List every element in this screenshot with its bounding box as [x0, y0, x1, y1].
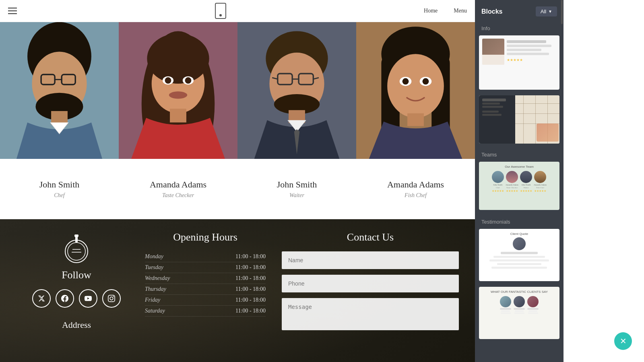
- team-member-2-name: Amanda Adams: [150, 179, 206, 190]
- main-content: Home Menu: [0, 0, 475, 362]
- svg-point-16: [169, 91, 187, 99]
- top-bar: Home Menu: [0, 0, 475, 22]
- youtube-button[interactable]: [79, 289, 97, 308]
- close-button[interactable]: ✕: [614, 332, 632, 350]
- sidebar-testimonials-block-2[interactable]: WHAT OUR FANTASTIC CLIENTS SAY: [479, 287, 559, 339]
- facebook-button[interactable]: [56, 289, 74, 308]
- sidebar-teams-block[interactable]: Our Awesome Team John Smith Chef ★★★★★ A…: [479, 162, 559, 210]
- scrollbar-thumb[interactable]: [561, 0, 563, 24]
- svg-point-39: [68, 243, 85, 260]
- team-card-1[interactable]: John Smith Chef: [0, 22, 119, 219]
- nav-menu[interactable]: Menu: [454, 8, 467, 14]
- svg-rect-17: [170, 109, 186, 122]
- sidebar-info-block-1[interactable]: ★★★★★: [479, 35, 559, 90]
- time-saturday: 11:00 - 18:00: [235, 308, 266, 314]
- svg-point-36: [423, 78, 429, 84]
- day-thursday: Thursday: [145, 286, 166, 292]
- day-monday: Monday: [145, 253, 163, 260]
- footer-logo: [60, 231, 93, 265]
- team-card-2[interactable]: Amanda Adams Taste Checker: [119, 22, 237, 219]
- sidebar-section-testimonials-label: Testimonials: [475, 216, 564, 229]
- svg-point-32: [387, 54, 444, 118]
- hours-table: Monday 11:00 - 18:00 Tuesday 11:00 - 18:…: [145, 251, 266, 317]
- time-friday: 11:00 - 18:00: [235, 297, 266, 303]
- sidebar-section-teams-label: Teams: [475, 149, 564, 162]
- instagram-button[interactable]: [102, 289, 121, 308]
- svg-point-34: [402, 78, 409, 84]
- address-heading: Address: [62, 320, 91, 330]
- contact-message-input[interactable]: [282, 298, 459, 330]
- hours-row-thursday: Thursday 11:00 - 18:00: [145, 284, 266, 295]
- follow-heading: Follow: [62, 269, 91, 281]
- sidebar-title: Blocks: [481, 8, 502, 15]
- team-member-4-role: Fish Chef: [405, 192, 427, 199]
- team-portrait-4: [356, 22, 475, 159]
- team-member-2-role: Taste Checker: [162, 192, 194, 199]
- sidebar-header: Blocks All ▼: [475, 6, 564, 23]
- blocks-sidebar: Blocks All ▼ Info ★★★★★: [475, 0, 564, 362]
- time-monday: 11:00 - 18:00: [235, 253, 266, 260]
- contact-phone-input[interactable]: [282, 275, 459, 292]
- time-tuesday: 11:00 - 18:00: [235, 264, 266, 271]
- team-portrait-3: [237, 22, 356, 159]
- chevron-down-icon: ▼: [548, 9, 552, 14]
- team-member-3-role: Waiter: [289, 192, 304, 199]
- team-portrait-2: [119, 22, 237, 159]
- hours-row-monday: Monday 11:00 - 18:00: [145, 251, 266, 262]
- opening-hours-heading: Opening Hours: [145, 231, 266, 243]
- team-card-3-info: John Smith Waiter: [237, 159, 356, 219]
- nav-links: Home Menu: [424, 8, 467, 14]
- hamburger-menu[interactable]: [8, 8, 17, 14]
- hours-row-tuesday: Tuesday 11:00 - 18:00: [145, 262, 266, 273]
- social-icons-group: [32, 289, 121, 308]
- svg-rect-37: [407, 113, 424, 126]
- svg-point-11: [147, 33, 209, 84]
- hours-row-saturday: Saturday 11:00 - 18:00: [145, 306, 266, 317]
- team-portrait-1: [0, 22, 119, 159]
- footer-hours-col: Opening Hours Monday 11:00 - 18:00 Tuesd…: [137, 231, 266, 317]
- sidebar-section-info-label: Info: [475, 23, 564, 35]
- team-card-3[interactable]: John Smith Waiter: [237, 22, 356, 219]
- team-member-1-role: Chef: [54, 192, 64, 199]
- team-member-4-name: Amanda Adams: [387, 179, 444, 190]
- svg-rect-41: [74, 234, 78, 237]
- time-thursday: 11:00 - 18:00: [235, 286, 266, 292]
- team-member-3-name: John Smith: [277, 179, 317, 190]
- day-saturday: Saturday: [145, 308, 165, 314]
- team-card-2-info: Amanda Adams Taste Checker: [119, 159, 237, 219]
- footer-social-col: Follow Address: [16, 231, 137, 330]
- twitter-button[interactable]: [32, 289, 51, 308]
- day-friday: Friday: [145, 297, 160, 303]
- team-card-1-info: John Smith Chef: [0, 159, 119, 219]
- team-section: John Smith Chef: [0, 22, 475, 219]
- time-wednesday: 11:00 - 18:00: [235, 275, 266, 282]
- contact-name-input[interactable]: [282, 251, 459, 269]
- team-card-4: Amanda Adams Fish Chef: [356, 22, 475, 219]
- nav-home[interactable]: Home: [424, 8, 438, 14]
- hours-row-friday: Friday 11:00 - 18:00: [145, 295, 266, 306]
- team-member-1-name: John Smith: [39, 179, 80, 190]
- sidebar-info-block-2[interactable]: [479, 95, 559, 144]
- svg-point-38: [65, 240, 88, 263]
- sidebar-testimonials-block-1[interactable]: Client Quote: [479, 229, 559, 281]
- day-tuesday: Tuesday: [145, 264, 163, 271]
- day-wednesday: Wednesday: [145, 275, 170, 282]
- close-icon: ✕: [620, 336, 627, 346]
- hours-row-wednesday: Wednesday 11:00 - 18:00: [145, 273, 266, 284]
- svg-point-15: [185, 77, 192, 84]
- svg-point-13: [165, 77, 171, 84]
- team-card-4-info: Amanda Adams Fish Chef: [356, 159, 475, 219]
- contact-heading: Contact Us: [282, 231, 459, 243]
- all-button-label: All: [541, 8, 546, 14]
- footer-section: Follow Address Opening Hours: [0, 219, 475, 362]
- footer-contact-col: Contact Us: [266, 231, 459, 332]
- mobile-preview-button[interactable]: [215, 3, 226, 19]
- all-button[interactable]: All ▼: [536, 6, 557, 16]
